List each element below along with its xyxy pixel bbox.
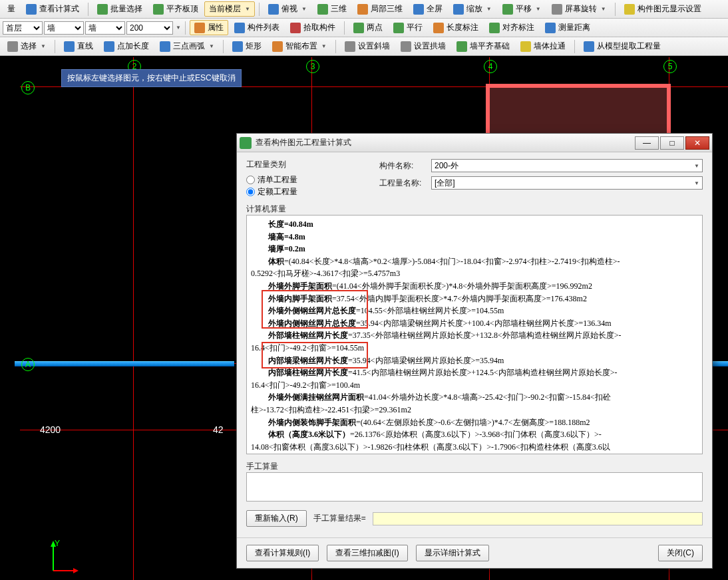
view-rule-button[interactable]: 查看计算规则(I) xyxy=(246,545,319,561)
pan-button[interactable]: 平移▼ xyxy=(498,1,546,17)
close-button[interactable]: ✕ xyxy=(685,136,709,150)
view-3d-button[interactable]: 查看三维扣减图(I) xyxy=(327,545,407,561)
type-select[interactable]: 墙 xyxy=(44,21,84,35)
grid-A: A xyxy=(21,358,35,371)
floor-select[interactable]: 首层 xyxy=(3,21,43,35)
local-3d-button[interactable]: 局部三维 xyxy=(353,1,407,17)
local3d-icon xyxy=(357,4,368,15)
axis-y-label: Y xyxy=(55,539,60,548)
minimize-button[interactable]: — xyxy=(635,136,659,150)
dialog-title: 查看构件图元工程量计算式 xyxy=(256,137,634,148)
bill-qty-radio[interactable]: 清单工程量 xyxy=(246,174,297,186)
wall-base-button[interactable]: 墙平齐基础 xyxy=(452,39,514,54)
align-top-button[interactable]: 平齐板顶 xyxy=(148,1,203,17)
line-icon xyxy=(64,41,75,52)
dialog-icon xyxy=(240,137,252,149)
cursor-icon xyxy=(7,41,18,52)
fullscreen-icon xyxy=(413,4,424,15)
display-settings-button[interactable]: 构件图元显示设置 xyxy=(620,1,706,17)
length-dim-button[interactable]: 长度标注 xyxy=(429,20,483,35)
select-button[interactable]: 选择▼ xyxy=(3,39,51,54)
component-list-button[interactable]: 构件列表 xyxy=(230,20,284,35)
maximize-button[interactable]: □ xyxy=(660,136,684,150)
rotate-icon xyxy=(552,4,562,15)
zoom-icon xyxy=(453,4,464,15)
main-toolbar-3: 选择▼ 直线 点加长度 三点画弧▼ 矩形 智能布置▼ 设置斜墙 设置拱墙 墙平齐… xyxy=(0,37,728,56)
main-toolbar-1: 量 查看计算式 批量选择 平齐板顶 当前楼层▼ 俯视▼ 三维 局部三维 全屏 缩… xyxy=(0,0,728,19)
grid-5: 5 xyxy=(663,60,677,73)
fullscreen-button[interactable]: 全屏 xyxy=(409,1,447,17)
manual-result-label: 手工算量结果= xyxy=(313,513,366,524)
align-icon xyxy=(153,4,164,15)
two-point-button[interactable]: 两点 xyxy=(349,20,387,35)
zoom-button[interactable]: 缩放▼ xyxy=(449,1,496,17)
smart-layout-button[interactable]: 智能布置▼ xyxy=(268,39,331,54)
grid-B: B xyxy=(21,81,35,94)
list-icon xyxy=(234,23,245,33)
manual-label: 手工算量 xyxy=(246,461,703,472)
liang-button[interactable]: 量 xyxy=(3,1,20,17)
3d-button[interactable]: 三维 xyxy=(313,1,351,17)
dialog-footer: 查看计算规则(I) 查看三维扣减图(I) 显示详细计算式 关闭(C) xyxy=(237,537,712,568)
ptlen-icon xyxy=(104,41,114,52)
manual-input[interactable] xyxy=(246,472,703,502)
line-button[interactable]: 直线 xyxy=(59,39,98,54)
show-detail-button[interactable]: 显示详细计算式 xyxy=(416,545,489,561)
qty-name-label: 工程量名称: xyxy=(379,178,426,189)
arc-icon xyxy=(160,41,170,52)
reinput-button[interactable]: 重新输入(R) xyxy=(246,510,307,527)
props-button[interactable]: 属性 xyxy=(190,20,228,35)
measure-button[interactable]: 测量距离 xyxy=(540,20,595,35)
calculation-output[interactable]: 长度=40.84m 墙高=4.8m 墙厚=0.2m 体积=(40.84<长度>*… xyxy=(246,215,703,454)
arc-button[interactable]: 三点画弧▼ xyxy=(155,39,219,54)
comp-name-label: 构件名称: xyxy=(379,160,426,172)
view-formula-button[interactable]: 查看计算式 xyxy=(21,1,84,17)
2pt-icon xyxy=(353,23,364,33)
dim-42: 42 xyxy=(213,424,224,435)
qty-name-select[interactable]: [全部]▼ xyxy=(431,176,703,190)
batch-icon xyxy=(97,4,108,15)
batch-select-button[interactable]: 批量选择 xyxy=(92,1,147,17)
aligndim-icon xyxy=(489,23,500,33)
separator xyxy=(259,3,260,16)
topview-icon xyxy=(268,4,279,15)
point-length-button[interactable]: 点加长度 xyxy=(99,39,154,54)
pick-icon xyxy=(290,23,301,33)
top-view-button[interactable]: 俯视▼ xyxy=(264,1,311,17)
grid-3: 3 xyxy=(306,60,319,73)
slope-icon xyxy=(345,41,355,52)
comp-name-select[interactable]: 200-外▼ xyxy=(431,159,703,172)
subtype-select[interactable]: 墙 xyxy=(85,21,125,35)
smart-icon xyxy=(272,41,283,52)
quota-qty-radio[interactable]: 定额工程量 xyxy=(246,186,297,198)
pick-component-button[interactable]: 拾取构件 xyxy=(285,20,340,35)
extract-icon xyxy=(584,41,594,52)
parallel-button[interactable]: 平行 xyxy=(389,20,427,35)
pan-icon xyxy=(502,4,513,15)
wall-through-button[interactable]: 墙体拉通 xyxy=(516,39,570,54)
props-icon xyxy=(194,23,205,33)
size-select[interactable]: 200 xyxy=(126,21,173,35)
rect-icon xyxy=(232,41,243,52)
dialog-close-button[interactable]: 关闭(C) xyxy=(658,545,703,561)
dialog-titlebar[interactable]: 查看构件图元工程量计算式 — □ ✕ xyxy=(237,134,712,152)
dim-4200: 4200 xyxy=(40,424,61,435)
lendim-icon xyxy=(433,23,444,33)
formula-icon xyxy=(26,4,37,15)
measure-icon xyxy=(545,23,556,33)
separator xyxy=(88,3,89,16)
through-icon xyxy=(520,41,531,52)
current-floor-button[interactable]: 当前楼层▼ xyxy=(204,1,255,17)
main-toolbar-2: 首层 墙 墙 200 ▼ 属性 构件列表 拾取构件 两点 平行 长度标注 对齐标… xyxy=(0,19,728,37)
rect-button[interactable]: 矩形 xyxy=(228,39,266,54)
manual-result-field[interactable] xyxy=(373,512,703,525)
extract-qty-button[interactable]: 从模型提取工程量 xyxy=(579,39,665,54)
set-slope-button[interactable]: 设置斜墙 xyxy=(340,39,395,54)
align-dim-button[interactable]: 对齐标注 xyxy=(484,20,539,35)
calc-label: 计算机算量 xyxy=(246,204,703,215)
3d-icon xyxy=(317,4,328,15)
set-arch-button[interactable]: 设置拱墙 xyxy=(396,39,451,54)
chevron-down-icon[interactable]: ▼ xyxy=(176,25,181,31)
arch-icon xyxy=(401,41,411,52)
screen-rotate-button[interactable]: 屏幕旋转▼ xyxy=(547,1,611,17)
